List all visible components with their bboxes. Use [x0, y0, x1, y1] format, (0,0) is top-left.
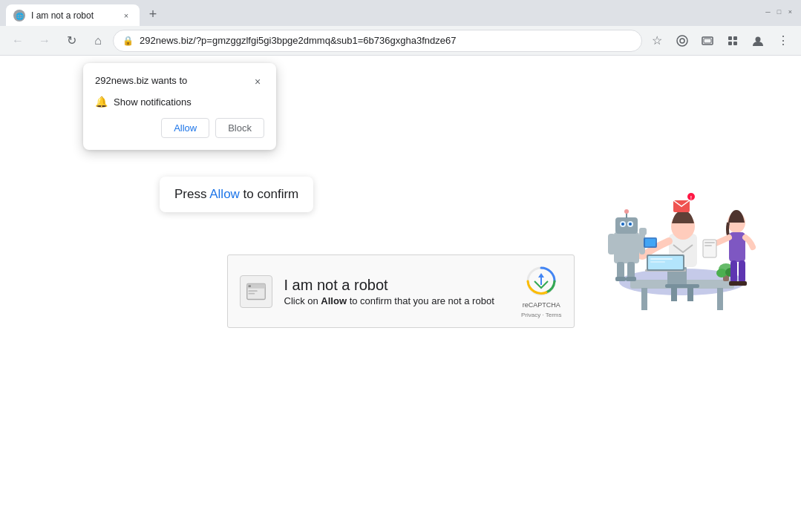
- svg-rect-24: [671, 288, 677, 301]
- popup-buttons: Allow Block: [95, 118, 264, 138]
- svg-point-39: [629, 223, 632, 226]
- svg-rect-43: [639, 228, 647, 235]
- svg-rect-20: [717, 288, 723, 310]
- allow-button[interactable]: Allow: [161, 118, 209, 138]
- svg-point-41: [624, 209, 629, 214]
- extensions-button[interactable]: [721, 29, 745, 53]
- svg-rect-32: [650, 258, 673, 260]
- svg-rect-9: [733, 42, 737, 45]
- notification-popup: 292news.biz wants to × 🔔 Show notificati…: [83, 63, 276, 150]
- robot-illustration: !: [608, 145, 756, 315]
- svg-rect-33: [650, 261, 665, 263]
- svg-rect-46: [627, 262, 635, 278]
- new-tab-button[interactable]: +: [143, 4, 163, 24]
- svg-rect-23: [665, 284, 699, 288]
- maximize-button[interactable]: □: [774, 7, 784, 16]
- svg-rect-8: [728, 42, 732, 45]
- svg-rect-48: [626, 277, 636, 281]
- svg-rect-25: [687, 288, 693, 301]
- svg-point-53: [716, 269, 727, 278]
- minimize-button[interactable]: ─: [763, 7, 773, 16]
- svg-rect-6: [728, 36, 732, 40]
- url-text: 292news.biz/?p=gmzggzlfgi5gi3bpge2dmmq&s…: [140, 35, 632, 46]
- back-button[interactable]: ←: [6, 29, 30, 53]
- svg-rect-7: [733, 36, 737, 40]
- tab-close-button[interactable]: ×: [120, 10, 132, 22]
- screenshot-button[interactable]: [696, 29, 719, 53]
- recaptcha-brand-label: reCAPTCHA: [523, 301, 560, 309]
- recaptcha-main-text: I am not a robot: [284, 277, 494, 294]
- press-allow-banner: Press Allow to confirm: [160, 177, 313, 212]
- lock-icon: 🔒: [122, 36, 134, 46]
- svg-rect-44: [608, 234, 615, 254]
- svg-point-3: [680, 39, 684, 43]
- popup-row-text: Show notifications: [114, 96, 192, 108]
- lens-button[interactable]: [670, 29, 694, 53]
- svg-point-10: [756, 36, 761, 42]
- close-window-button[interactable]: ×: [785, 7, 795, 16]
- svg-rect-45: [617, 262, 624, 278]
- active-tab[interactable]: 🌐 I am not a robot ×: [6, 4, 140, 26]
- tab-favicon: 🌐: [13, 10, 25, 22]
- recaptcha-window-icon: [240, 275, 272, 308]
- home-button[interactable]: ⌂: [86, 29, 110, 53]
- svg-rect-59: [704, 245, 712, 246]
- recaptcha-sub-suffix: to confirm that you are not a robot: [347, 295, 494, 306]
- address-actions: ☆ ⋮: [645, 29, 795, 53]
- title-bar: 🌐 I am not a robot × + ─ □ ×: [0, 0, 801, 26]
- svg-rect-61: [739, 260, 745, 283]
- menu-button[interactable]: ⋮: [771, 29, 795, 53]
- popup-close-button[interactable]: ×: [251, 75, 264, 88]
- reload-button[interactable]: ↻: [59, 29, 83, 53]
- popup-notification-row: 🔔 Show notifications: [95, 96, 264, 108]
- svg-text:🌐: 🌐: [16, 12, 24, 21]
- tab-title: I am not a robot: [31, 10, 114, 21]
- browser-window: 🌐 I am not a robot × + ─ □ × ← → ↻ ⌂ 🔒: [0, 0, 801, 532]
- svg-rect-19: [641, 288, 647, 310]
- recaptcha-sub-prefix: Click on: [284, 295, 321, 306]
- svg-point-38: [621, 223, 624, 226]
- svg-rect-13: [248, 285, 251, 287]
- recaptcha-spinner-icon: [524, 264, 558, 298]
- recaptcha-sub-text: Click on Allow to confirm that you are n…: [284, 295, 494, 306]
- svg-rect-47: [615, 277, 626, 281]
- svg-point-2: [677, 36, 687, 46]
- popup-header: 292news.biz wants to ×: [95, 75, 264, 88]
- svg-rect-5: [704, 39, 711, 43]
- profile-button[interactable]: [746, 29, 770, 53]
- svg-rect-60: [730, 260, 737, 283]
- svg-rect-35: [615, 217, 638, 234]
- press-allow-allow-text: Allow: [209, 187, 240, 201]
- svg-rect-50: [645, 239, 655, 246]
- recaptcha-text-area: I am not a robot Click on Allow to confi…: [284, 277, 494, 306]
- svg-rect-34: [614, 232, 639, 263]
- svg-rect-63: [737, 281, 747, 286]
- recaptcha-widget: I am not a robot Click on Allow to confi…: [227, 254, 575, 328]
- press-allow-suffix: to confirm: [240, 187, 298, 201]
- press-allow-prefix: Press: [174, 187, 209, 201]
- page-content: 292news.biz wants to × 🔔 Show notificati…: [0, 56, 801, 532]
- tab-area: 🌐 I am not a robot × +: [6, 0, 760, 26]
- toolbar: ← → ↻ ⌂ 🔒 292news.biz/?p=gmzggzlfgi5gi3b…: [0, 26, 801, 56]
- recaptcha-links: Privacy · Terms: [521, 312, 562, 318]
- recaptcha-logo-area: reCAPTCHA Privacy · Terms: [521, 264, 562, 318]
- forward-button[interactable]: →: [33, 29, 56, 53]
- svg-rect-58: [704, 242, 715, 243]
- svg-rect-14: [248, 290, 257, 292]
- svg-rect-15: [248, 292, 255, 294]
- block-button[interactable]: Block: [215, 118, 264, 138]
- recaptcha-sub-allow: Allow: [321, 295, 347, 306]
- recaptcha-checkbox-area: I am not a robot Click on Allow to confi…: [240, 275, 509, 308]
- svg-text:!: !: [690, 195, 692, 200]
- window-controls: ─ □ ×: [763, 7, 795, 16]
- popup-title: 292news.biz wants to: [95, 75, 187, 86]
- address-bar[interactable]: 🔒 292news.biz/?p=gmzggzlfgi5gi3bpge2dmmq…: [113, 30, 642, 52]
- bell-icon: 🔔: [95, 96, 108, 108]
- bookmark-button[interactable]: ☆: [645, 29, 669, 53]
